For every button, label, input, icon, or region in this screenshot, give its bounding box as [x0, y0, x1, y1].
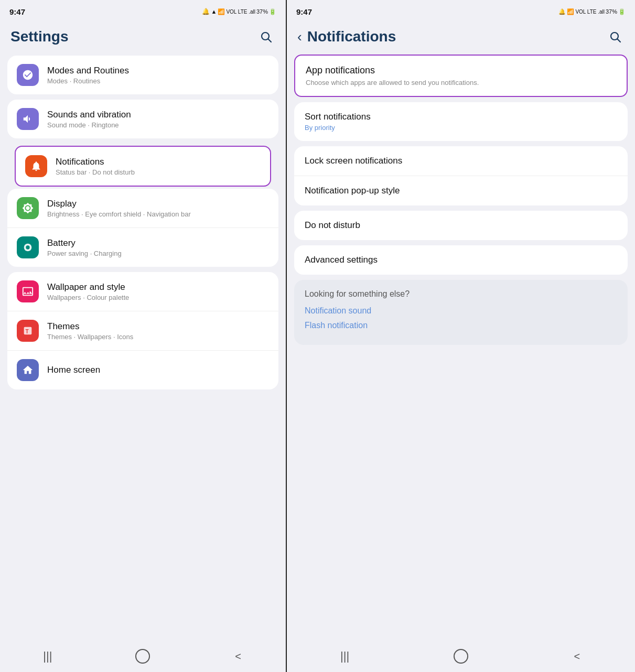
wallpaper-card: Wallpaper and style Wallpapers · Colour … [7, 272, 278, 389]
notifications-wrapper: Notifications Status bar · Do not distur… [7, 144, 278, 189]
homescreen-icon [17, 359, 39, 381]
advanced-item[interactable]: Advanced settings [294, 245, 628, 275]
advanced-card: Advanced settings [294, 245, 628, 275]
nav-menu-left[interactable]: ||| [37, 646, 58, 667]
svg-line-1 [268, 39, 272, 42]
themes-icon: T [17, 320, 39, 342]
battery-item[interactable]: Battery Power saving · Charging [7, 228, 278, 267]
sounds-icon [17, 108, 39, 130]
nav-menu-right[interactable]: ||| [335, 646, 356, 667]
notifications-subtitle: Status bar · Do not disturb [56, 168, 135, 176]
nav-back-left[interactable]: < [228, 646, 249, 667]
svg-point-3 [26, 245, 29, 249]
signal-icons-left: ▲📶VOL LTE .all37%🔋 [211, 8, 277, 15]
sort-notifications-item[interactable]: Sort notifications By priority [294, 102, 628, 141]
notifications-content: App notifications Choose which apps are … [287, 51, 635, 643]
status-icons-left: 🔔 ▲📶VOL LTE .all37%🔋 [202, 8, 277, 15]
looking-title: Looking for something else? [305, 289, 617, 299]
sounds-title: Sounds and vibration [47, 110, 131, 120]
notification-sound-link[interactable]: Notification sound [305, 306, 617, 316]
wallpaper-item[interactable]: Wallpaper and style Wallpapers · Colour … [7, 272, 278, 311]
wallpaper-text: Wallpaper and style Wallpapers · Colour … [47, 282, 129, 301]
themes-subtitle: Themes · Wallpapers · Icons [47, 333, 133, 341]
themes-item[interactable]: T Themes Themes · Wallpapers · Icons [7, 311, 278, 351]
status-bar-right: 9:47 🔔📶VOL LTE .all37%🔋 [287, 0, 635, 21]
homescreen-item[interactable]: Home screen [7, 351, 278, 389]
modes-text: Modes and Routines Modes · Routines [47, 66, 129, 85]
battery-icon-left: 🔔 [202, 8, 210, 15]
lock-screen-title: Lock screen notifications [305, 156, 617, 166]
popup-style-item[interactable]: Notification pop-up style [294, 176, 628, 205]
search-button-left[interactable] [256, 27, 275, 46]
modes-card: Modes and Routines Modes · Routines [7, 56, 278, 94]
modes-item[interactable]: Modes and Routines Modes · Routines [7, 56, 278, 94]
battery-subtitle: Power saving · Charging [47, 250, 122, 257]
nav-home-left[interactable] [132, 646, 153, 667]
battery-settings-icon [22, 242, 34, 253]
battery-icon [17, 236, 39, 258]
time-right: 9:47 [296, 7, 312, 16]
battery-title: Battery [47, 238, 122, 248]
sounds-text: Sounds and vibration Sound mode · Ringto… [47, 110, 131, 129]
left-panel: 9:47 🔔 ▲📶VOL LTE .all37%🔋 Settings [0, 0, 286, 672]
search-button-right[interactable] [606, 27, 625, 46]
dnd-title: Do not disturb [305, 220, 617, 231]
home-icon [22, 364, 34, 376]
app-notifications-title: App notifications [306, 65, 616, 76]
back-button[interactable]: ‹ [297, 29, 302, 45]
modes-title: Modes and Routines [47, 66, 129, 76]
search-icon-left [260, 30, 272, 43]
homescreen-title: Home screen [47, 365, 100, 375]
status-icons-right: 🔔📶VOL LTE .all37%🔋 [558, 8, 626, 15]
notifications-text: Notifications Status bar · Do not distur… [56, 157, 135, 176]
signal-icons-right: 🔔📶VOL LTE .all37%🔋 [558, 8, 626, 15]
sort-title: Sort notifications [305, 112, 617, 122]
settings-title: Settings [10, 28, 68, 45]
modes-subtitle: Modes · Routines [47, 77, 129, 85]
display-item[interactable]: Display Brightness · Eye comfort shield … [7, 189, 278, 228]
status-bar-left: 9:47 🔔 ▲📶VOL LTE .all37%🔋 [0, 0, 286, 21]
dnd-card: Do not disturb [294, 211, 628, 240]
notifications-icon [25, 155, 47, 177]
looking-card: Looking for something else? Notification… [294, 280, 628, 345]
app-notifications-item[interactable]: App notifications Choose which apps are … [294, 55, 628, 97]
themes-title: Themes [47, 321, 133, 332]
notifications-item[interactable]: Notifications Status bar · Do not distur… [15, 146, 271, 187]
top-bar-left: Settings [0, 21, 286, 51]
nav-back-right[interactable]: < [566, 646, 587, 667]
sort-notifications-card: Sort notifications By priority [294, 102, 628, 141]
bottom-nav-right: ||| < [287, 643, 635, 672]
svg-line-7 [618, 39, 621, 42]
sounds-item[interactable]: Sounds and vibration Sound mode · Ringto… [7, 100, 278, 138]
wallpaper-subtitle: Wallpapers · Colour palette [47, 294, 129, 301]
sounds-subtitle: Sound mode · Ringtone [47, 121, 131, 129]
modes-icon [17, 64, 39, 86]
display-battery-card: Display Brightness · Eye comfort shield … [7, 189, 278, 267]
sounds-card: Sounds and vibration Sound mode · Ringto… [7, 100, 278, 138]
wallpaper-icon [17, 280, 39, 302]
brightness-icon [22, 202, 34, 214]
bell-icon [30, 160, 42, 172]
settings-list: Modes and Routines Modes · Routines Soun… [0, 51, 286, 643]
wallpaper-title: Wallpaper and style [47, 282, 129, 292]
display-subtitle: Brightness · Eye comfort shield · Naviga… [47, 210, 191, 218]
lock-screen-item[interactable]: Lock screen notifications [294, 146, 628, 176]
lock-popup-card: Lock screen notifications Notification p… [294, 146, 628, 205]
dnd-item[interactable]: Do not disturb [294, 211, 628, 240]
display-icon [17, 197, 39, 219]
top-bar-right: ‹ Notifications [287, 21, 635, 51]
speaker-icon [22, 113, 34, 125]
search-icon-right [609, 30, 621, 43]
flash-notification-link[interactable]: Flash notification [305, 321, 617, 330]
right-panel: 9:47 🔔📶VOL LTE .all37%🔋 ‹ Notifications … [286, 0, 635, 672]
display-text: Display Brightness · Eye comfort shield … [47, 199, 191, 218]
app-notifications-subtitle: Choose which apps are allowed to send yo… [306, 79, 616, 86]
time-left: 9:47 [9, 7, 25, 16]
advanced-title: Advanced settings [305, 255, 617, 265]
battery-text: Battery Power saving · Charging [47, 238, 122, 257]
svg-text:T: T [25, 329, 29, 334]
wallpaper-img-icon [22, 286, 34, 297]
nav-home-right[interactable] [450, 646, 471, 667]
notifications-title: Notifications [56, 157, 135, 167]
homescreen-text: Home screen [47, 365, 100, 375]
